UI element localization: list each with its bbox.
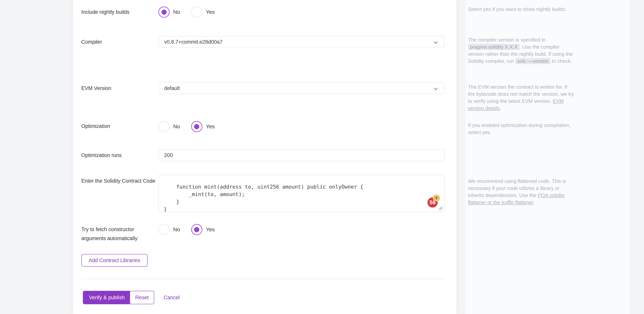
compiler-label: Compiler (81, 36, 158, 48)
optimization-radio-group: No Yes (158, 121, 444, 132)
form-divider (81, 279, 445, 279)
help-nightly-builds: Select yes if you want to show nightly b… (468, 6, 575, 13)
fetch-constructor-args-radio-group: No Yes (158, 224, 444, 235)
nightly-no-radio[interactable] (158, 6, 170, 18)
help-compiler: The compiler version is specified in pra… (468, 36, 575, 65)
reset-button[interactable]: Reset (130, 291, 154, 304)
evm-version-label: EVM Version (81, 82, 158, 94)
cancel-button[interactable]: Cancel (157, 291, 186, 304)
optimization-no-label[interactable]: No (173, 124, 180, 130)
fetch-args-no-label[interactable]: No (173, 226, 180, 233)
fetch-constructor-args-label: Try to fetch constructor arguments autom… (81, 225, 158, 243)
contract-code-text: function mint(address to, uint256 amount… (159, 175, 444, 212)
evm-version-select-value: default (164, 85, 180, 91)
optimization-yes-label[interactable]: Yes (206, 124, 215, 130)
nightly-yes-radio[interactable] (191, 6, 202, 18)
inline-code-chip: solc —version (515, 58, 550, 64)
evm-version-select[interactable]: default (158, 82, 444, 94)
optimization-runs-input[interactable]: 200 (158, 149, 444, 161)
notification-badge[interactable]: 56 + (428, 197, 438, 208)
help-optimization: If you enabled optimization during compi… (468, 122, 575, 136)
resize-handle-icon[interactable] (438, 205, 443, 211)
compiler-select[interactable]: v0.8.7+commit.e28d00a7 (158, 36, 444, 48)
add-contract-libraries-button[interactable]: Add Contract Libraries (81, 254, 148, 267)
fetch-args-yes-label[interactable]: Yes (206, 226, 215, 233)
optimization-runs-value: 200 (164, 153, 173, 158)
fetch-args-yes-radio[interactable] (191, 224, 202, 235)
badge-plus-icon: + (433, 194, 440, 202)
compiler-select-value: v0.8.7+commit.e28d00a7 (164, 39, 222, 45)
inline-code-chip: pragma solidity X.X.X (468, 44, 520, 50)
verify-publish-button[interactable]: Verify & publish (83, 291, 131, 304)
chevron-down-icon (433, 40, 438, 45)
nightly-builds-radio-group: No Yes (158, 6, 444, 18)
optimization-yes-radio[interactable] (191, 121, 202, 132)
verify-contract-form-card: Include nightly builds No Yes Compiler v… (73, 0, 456, 314)
nightly-no-label[interactable]: No (173, 9, 180, 15)
radio-dot-icon (162, 9, 167, 15)
optimization-no-radio[interactable] (158, 121, 170, 132)
fetch-args-no-radio[interactable] (158, 224, 170, 235)
contract-code-textarea[interactable]: function mint(address to, uint256 amount… (158, 175, 444, 212)
nightly-yes-label[interactable]: Yes (206, 9, 215, 15)
help-evm-version: The EVM version the contract is written … (468, 83, 575, 112)
chevron-down-icon (433, 86, 438, 92)
radio-dot-icon (194, 227, 199, 232)
optimization-label: Optimization (81, 122, 158, 131)
radio-dot-icon (194, 124, 199, 129)
contract-code-label: Enter the Solidity Contract Code (81, 176, 158, 185)
nightly-builds-label: Include nightly builds (81, 8, 158, 17)
optimization-runs-label: Optimization runs (81, 149, 158, 161)
help-flattened-code: We recommend using flattened code. This … (468, 178, 575, 206)
